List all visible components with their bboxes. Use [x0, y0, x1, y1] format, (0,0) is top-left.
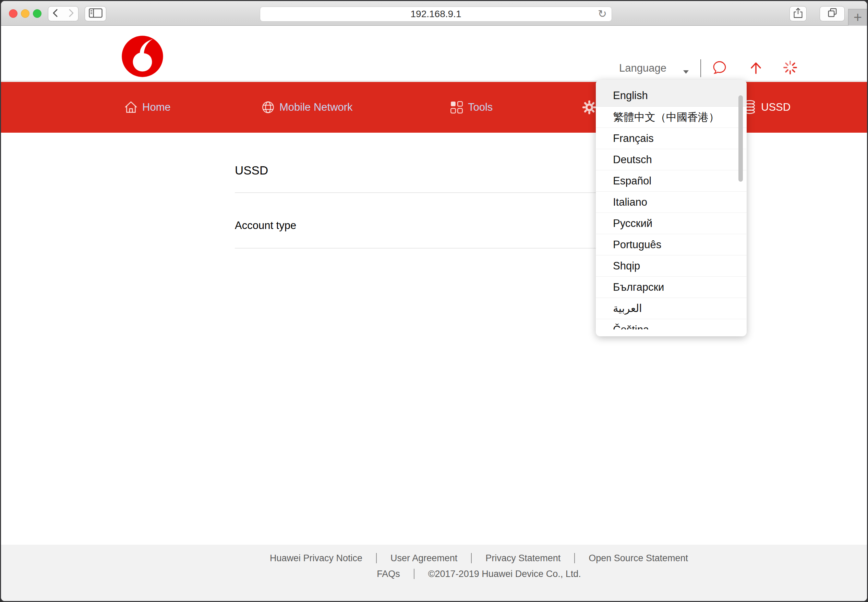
language-option-french[interactable]: Français: [596, 128, 747, 149]
new-tab-button[interactable]: +: [848, 9, 867, 26]
nav-item-label: Home: [142, 101, 171, 114]
grid-icon: [449, 100, 465, 115]
nav-item-tools[interactable]: Tools: [449, 82, 492, 133]
share-button[interactable]: [790, 6, 807, 21]
language-option-portuguese[interactable]: Português: [596, 234, 747, 255]
nav-item-mobile-network[interactable]: Mobile Network: [260, 82, 353, 133]
forward-button[interactable]: [63, 6, 78, 21]
tabs-icon: [826, 6, 839, 21]
language-option-albanian[interactable]: Shqip: [596, 255, 747, 276]
plus-icon: +: [854, 9, 862, 26]
language-option-spanish[interactable]: Español: [596, 170, 747, 192]
chevron-down-icon: [683, 70, 689, 74]
show-tabs-button[interactable]: [820, 6, 845, 21]
home-icon: [123, 100, 139, 115]
address-bar[interactable]: 192.168.9.1 ↻: [260, 6, 612, 22]
footer-link-user-agreement[interactable]: User Agreement: [391, 550, 457, 566]
footer-link-faqs[interactable]: FAQs: [377, 566, 400, 582]
nav-item-label: Mobile Network: [279, 101, 353, 114]
update-upload-icon[interactable]: [748, 59, 764, 76]
back-button[interactable]: [48, 6, 63, 21]
forward-icon: [65, 7, 77, 20]
language-menu: English 繁體中文（中國香港） Français Deutsch Espa…: [596, 80, 747, 336]
language-option-czech[interactable]: Čeština: [596, 319, 747, 329]
window-zoom-button[interactable]: [33, 9, 41, 18]
language-menu-list: English 繁體中文（中國香港） Français Deutsch Espa…: [596, 80, 747, 329]
language-option-bulgarian[interactable]: Български: [596, 276, 747, 298]
footer-divider: [574, 553, 575, 563]
language-option-english[interactable]: English: [596, 80, 747, 107]
window-close-button[interactable]: [9, 9, 17, 18]
url-text: 192.168.9.1: [411, 9, 462, 19]
feedback-chat-icon[interactable]: [712, 59, 728, 76]
globe-icon: [260, 100, 276, 115]
page-footer: Huawei Privacy Notice User Agreement Pri…: [1, 545, 867, 601]
language-option-arabic[interactable]: العربية: [596, 298, 747, 319]
reload-icon[interactable]: ↻: [598, 7, 607, 21]
footer-divider: [471, 553, 472, 563]
loading-spinner-icon: [782, 59, 798, 76]
language-dropdown-trigger[interactable]: Language: [619, 62, 666, 74]
browser-window: 192.168.9.1 ↻ + Language: [0, 0, 868, 602]
window-minimize-button[interactable]: [21, 9, 29, 18]
back-icon: [50, 7, 62, 20]
nav-item-label: USSD: [761, 101, 791, 114]
language-option-traditional-chinese[interactable]: 繁體中文（中國香港）: [596, 107, 747, 128]
menu-scrollbar-thumb[interactable]: [738, 95, 743, 182]
header-divider: [700, 59, 701, 77]
sidebar-toggle-button[interactable]: [85, 6, 106, 21]
gear-icon: [581, 100, 597, 115]
footer-link-privacy-statement[interactable]: Privacy Statement: [485, 550, 560, 566]
site-header: Language: [1, 26, 867, 82]
footer-inner: Huawei Privacy Notice User Agreement Pri…: [235, 545, 723, 582]
footer-copyright: ©2017-2019 Huawei Device Co., Ltd.: [428, 566, 581, 582]
footer-divider: [414, 569, 414, 579]
footer-divider: [376, 553, 377, 563]
nav-item-ussd[interactable]: USSD: [742, 82, 791, 133]
share-icon: [792, 7, 804, 21]
nav-item-label: Tools: [468, 101, 492, 114]
nav-item-home[interactable]: Home: [123, 82, 171, 133]
footer-link-huawei-privacy-notice[interactable]: Huawei Privacy Notice: [270, 550, 362, 566]
sidebar-icon: [88, 7, 104, 21]
language-option-italian[interactable]: Italiano: [596, 192, 747, 213]
vodafone-logo: [120, 34, 164, 78]
language-option-german[interactable]: Deutsch: [596, 149, 747, 170]
footer-link-open-source-statement[interactable]: Open Source Statement: [589, 550, 688, 566]
browser-toolbar: 192.168.9.1 ↻ +: [1, 1, 867, 26]
language-option-russian[interactable]: Русский: [596, 213, 747, 234]
